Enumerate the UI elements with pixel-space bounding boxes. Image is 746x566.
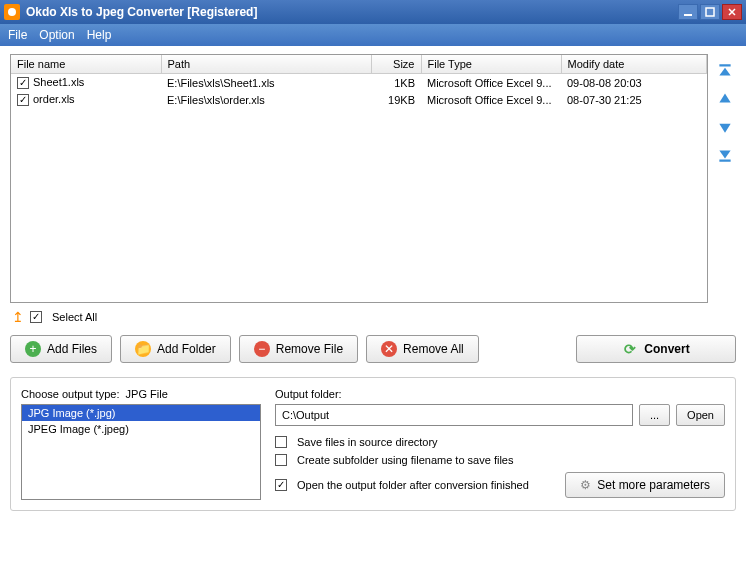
svg-rect-0 [684, 14, 692, 16]
col-path[interactable]: Path [161, 55, 371, 74]
cell-type: Microsoft Office Excel 9... [421, 91, 561, 108]
output-type-item[interactable]: JPEG Image (*.jpeg) [22, 421, 260, 437]
openafter-label: Open the output folder after conversion … [297, 479, 529, 491]
remove-file-button[interactable]: −Remove File [239, 335, 358, 363]
x-icon: ✕ [381, 341, 397, 357]
add-folder-button[interactable]: 📁Add Folder [120, 335, 231, 363]
openafter-checkbox[interactable] [275, 479, 287, 491]
cell-modify: 09-08-08 20:03 [561, 74, 707, 91]
file-table: File name Path Size File Type Modify dat… [10, 54, 708, 303]
add-folder-label: Add Folder [157, 342, 216, 356]
menubar: File Option Help [0, 24, 746, 46]
output-type-label: Choose output type: JPG File [21, 388, 261, 400]
minimize-button[interactable] [678, 4, 698, 20]
plus-icon: + [25, 341, 41, 357]
save-source-checkbox[interactable] [275, 436, 287, 448]
remove-file-label: Remove File [276, 342, 343, 356]
cell-path: E:\Files\xls\order.xls [161, 91, 371, 108]
minus-icon: − [254, 341, 270, 357]
output-folder-label: Output folder: [275, 388, 725, 400]
reorder-controls [714, 54, 736, 303]
add-files-button[interactable]: +Add Files [10, 335, 112, 363]
output-type-item[interactable]: JPG Image (*.jpg) [22, 405, 260, 421]
move-up-icon[interactable] [716, 90, 734, 108]
svg-rect-1 [706, 8, 714, 16]
cell-name: order.xls [33, 93, 75, 105]
subfolder-checkbox[interactable] [275, 454, 287, 466]
maximize-button[interactable] [700, 4, 720, 20]
cell-modify: 08-07-30 21:25 [561, 91, 707, 108]
remove-all-button[interactable]: ✕Remove All [366, 335, 479, 363]
cell-size: 19KB [371, 91, 421, 108]
cell-type: Microsoft Office Excel 9... [421, 74, 561, 91]
more-params-button[interactable]: ⚙Set more parameters [565, 472, 725, 498]
more-params-label: Set more parameters [597, 478, 710, 492]
output-type-name: JPG File [126, 388, 168, 400]
svg-rect-2 [719, 64, 730, 66]
up-folder-icon[interactable]: ↥ [12, 309, 24, 325]
col-modify[interactable]: Modify date [561, 55, 707, 74]
selectall-label: Select All [52, 311, 97, 323]
gear-icon: ⚙ [580, 478, 591, 492]
selectall-checkbox[interactable] [30, 311, 42, 323]
convert-icon: ⟳ [622, 341, 638, 357]
cell-size: 1KB [371, 74, 421, 91]
table-row[interactable]: Sheet1.xls E:\Files\xls\Sheet1.xls 1KB M… [11, 74, 707, 91]
browse-button[interactable]: ... [639, 404, 670, 426]
convert-label: Convert [644, 342, 689, 356]
col-filename[interactable]: File name [11, 55, 161, 74]
move-bottom-icon[interactable] [716, 146, 734, 164]
close-button[interactable] [722, 4, 742, 20]
output-type-list[interactable]: JPG Image (*.jpg)JPEG Image (*.jpeg) [21, 404, 261, 500]
move-down-icon[interactable] [716, 118, 734, 136]
add-files-label: Add Files [47, 342, 97, 356]
open-folder-button[interactable]: Open [676, 404, 725, 426]
app-icon [4, 4, 20, 20]
menu-file[interactable]: File [8, 28, 27, 42]
cell-name: Sheet1.xls [33, 76, 84, 88]
window-title: Okdo Xls to Jpeg Converter [Registered] [26, 5, 678, 19]
row-checkbox[interactable] [17, 77, 29, 89]
table-row[interactable]: order.xls E:\Files\xls\order.xls 19KB Mi… [11, 91, 707, 108]
svg-rect-3 [719, 160, 730, 162]
menu-help[interactable]: Help [87, 28, 112, 42]
col-size[interactable]: Size [371, 55, 421, 74]
row-checkbox[interactable] [17, 94, 29, 106]
col-filetype[interactable]: File Type [421, 55, 561, 74]
move-top-icon[interactable] [716, 62, 734, 80]
cell-path: E:\Files\xls\Sheet1.xls [161, 74, 371, 91]
save-source-label: Save files in source directory [297, 436, 438, 448]
subfolder-label: Create subfolder using filename to save … [297, 454, 513, 466]
folder-icon: 📁 [135, 341, 151, 357]
menu-option[interactable]: Option [39, 28, 74, 42]
output-folder-input[interactable] [275, 404, 633, 426]
convert-button[interactable]: ⟳Convert [576, 335, 736, 363]
remove-all-label: Remove All [403, 342, 464, 356]
titlebar: Okdo Xls to Jpeg Converter [Registered] [0, 0, 746, 24]
